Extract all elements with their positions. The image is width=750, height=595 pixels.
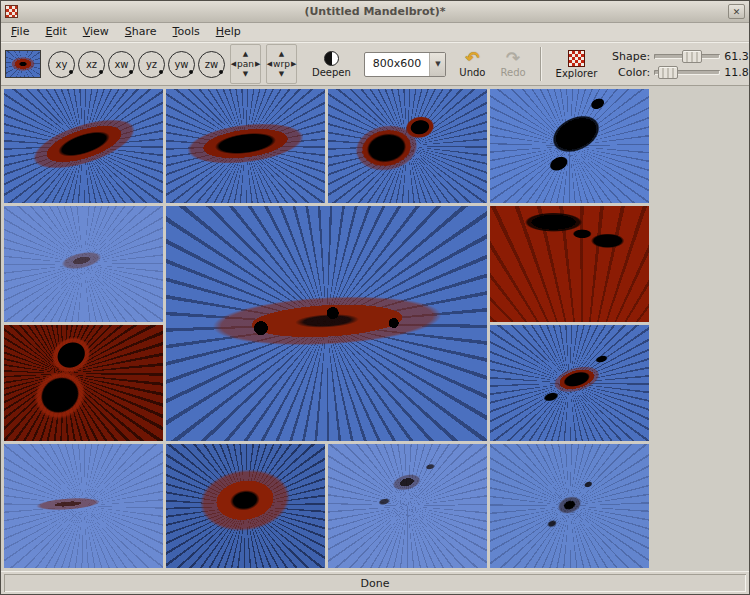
redo-icon: ↷	[506, 50, 520, 66]
deepen-button[interactable]: Deepen	[306, 48, 357, 81]
rotate-zw-button[interactable]: zw	[198, 51, 225, 78]
statusbar: Done	[1, 571, 749, 594]
pan-label: pan	[237, 58, 254, 70]
explorer-button[interactable]: Explorer	[550, 47, 604, 82]
chevron-down-icon[interactable]: ▼	[429, 53, 445, 76]
toolbar-separator	[540, 47, 542, 81]
undo-label: Undo	[459, 67, 485, 78]
deepen-label: Deepen	[312, 67, 351, 78]
menu-tools[interactable]: Tools	[165, 23, 208, 41]
fractal-preview-tile[interactable]	[490, 206, 649, 322]
pan-control[interactable]: ▲ ◀ pan ▶ ▼	[230, 44, 261, 84]
pan-right-arrow-icon[interactable]: ▶	[255, 60, 260, 68]
explorer-sliders: Shape: 61.3 Color: 11.8	[610, 50, 750, 79]
color-slider-handle[interactable]	[658, 66, 678, 79]
undo-button[interactable]: ↶ Undo	[453, 47, 491, 81]
rotate-yw-button[interactable]: yw	[168, 51, 195, 78]
fractal-main-preview[interactable]	[166, 206, 487, 441]
fractal-preview-tile[interactable]	[166, 89, 325, 203]
shape-value: 61.3	[724, 50, 750, 63]
warp-up-arrow-icon[interactable]: ▲	[279, 50, 284, 58]
menu-view[interactable]: View	[75, 23, 117, 41]
explorer-area	[1, 86, 749, 571]
resolution-value: 800x600	[365, 53, 430, 76]
menu-file[interactable]: File	[3, 23, 37, 41]
warp-down-arrow-icon[interactable]: ▼	[279, 70, 284, 78]
explorer-icon	[568, 50, 585, 67]
rotate-xw-button[interactable]: xw	[108, 51, 135, 78]
app-window: (Untitled Mandelbrot)* ✕ File Edit View …	[0, 0, 750, 595]
color-slider[interactable]	[654, 66, 720, 79]
explorer-label: Explorer	[556, 68, 598, 79]
color-value: 11.8	[724, 66, 750, 79]
undo-icon: ↶	[465, 50, 479, 66]
color-label: Color:	[610, 66, 650, 79]
warp-control[interactable]: ▲ ◀ wrp ▶ ▼	[266, 44, 297, 84]
deepen-icon	[324, 51, 339, 66]
fractal-preview-tile[interactable]	[490, 444, 649, 568]
fractal-preview-tile[interactable]	[4, 325, 163, 441]
pan-left-arrow-icon[interactable]: ◀	[231, 60, 236, 68]
menubar: File Edit View Share Tools Help	[1, 23, 749, 42]
menu-edit[interactable]: Edit	[37, 23, 74, 41]
warp-left-arrow-icon[interactable]: ◀	[267, 60, 272, 68]
redo-button[interactable]: ↷ Redo	[494, 47, 531, 81]
fractal-preview-tile[interactable]	[328, 89, 487, 203]
fractal-preview-tile[interactable]	[490, 325, 649, 441]
fractal-preview-tile[interactable]	[4, 444, 163, 568]
status-text: Done	[361, 577, 390, 590]
rotate-yz-button[interactable]: yz	[138, 51, 165, 78]
close-button[interactable]: ✕	[728, 4, 745, 19]
pan-down-arrow-icon[interactable]: ▼	[243, 70, 248, 78]
resolution-select[interactable]: 800x600 ▼	[364, 52, 447, 77]
menu-help[interactable]: Help	[208, 23, 249, 41]
fractal-preview-tile[interactable]	[4, 206, 163, 322]
toolbar: xy xz xw yz yw zw ▲ ◀ pan ▶ ▼ ▲ ◀ wrp ▶ …	[1, 42, 749, 86]
fractal-preview-tile[interactable]	[166, 444, 325, 568]
titlebar: (Untitled Mandelbrot)* ✕	[1, 1, 749, 23]
pan-up-arrow-icon[interactable]: ▲	[243, 50, 248, 58]
warp-right-arrow-icon[interactable]: ▶	[291, 60, 296, 68]
window-menu-icon[interactable]	[5, 5, 18, 18]
window-title: (Untitled Mandelbrot)*	[1, 5, 749, 18]
shape-label: Shape:	[610, 50, 650, 63]
shape-slider[interactable]	[654, 50, 720, 63]
menu-share[interactable]: Share	[117, 23, 165, 41]
rotate-xy-button[interactable]: xy	[48, 51, 75, 78]
redo-label: Redo	[500, 67, 525, 78]
shape-slider-handle[interactable]	[682, 50, 702, 63]
fractal-preview-tile[interactable]	[490, 89, 649, 203]
fractal-thumbnail	[5, 50, 41, 78]
rotate-xz-button[interactable]: xz	[78, 51, 105, 78]
fractal-preview-tile[interactable]	[328, 444, 487, 568]
fractal-preview-tile[interactable]	[4, 89, 163, 203]
warp-label: wrp	[273, 58, 290, 70]
explorer-grid	[4, 89, 649, 568]
